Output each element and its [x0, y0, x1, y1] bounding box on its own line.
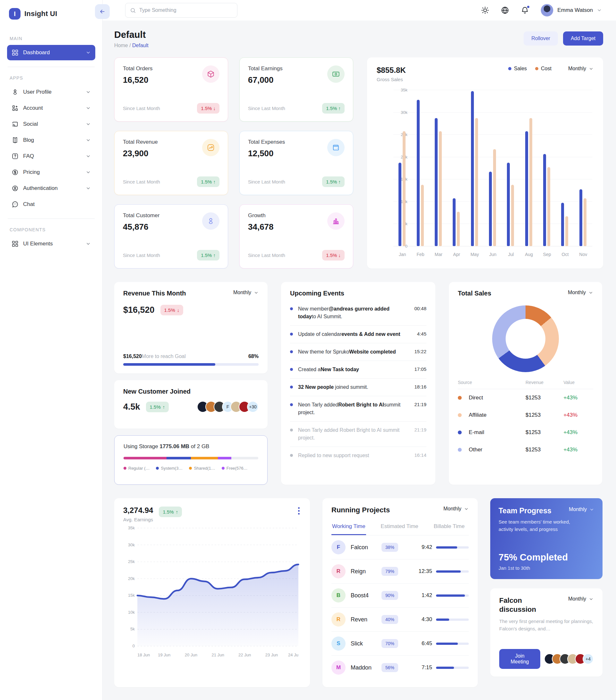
- new-customer-title: New Customer Joined: [123, 388, 259, 395]
- sidebar-item-label: Dashboard: [23, 49, 50, 56]
- project-row-maddon: MMaddon56%7:15: [331, 656, 469, 679]
- authentication-icon: [12, 185, 18, 192]
- sidebar-item-label: Account: [23, 105, 43, 111]
- storage-segment-system-3: [166, 457, 191, 459]
- stat-value: 34,678: [248, 222, 274, 232]
- stat-since: Since Last Month: [248, 105, 285, 111]
- stat-delta-badge: 1.5% ↑: [322, 176, 344, 187]
- upcoming-events-card: Upcoming Events New member@andreas gurre…: [281, 282, 435, 485]
- project-name: Falcon: [351, 544, 381, 551]
- project-name: Reven: [351, 616, 381, 623]
- sidebar-divider: [8, 218, 95, 219]
- team-progress-desc: See team members' time worked, activity …: [499, 518, 579, 533]
- project-time: 7:15: [422, 664, 432, 671]
- chevron-down-icon: [86, 138, 91, 143]
- sidebar-item-faq[interactable]: FAQ: [7, 149, 95, 164]
- stat-value: 67,000: [248, 75, 282, 85]
- sidebar-item-chat[interactable]: Chat: [7, 197, 95, 212]
- tab-billable-time[interactable]: Billable Time: [433, 521, 465, 535]
- team-progress-period-select[interactable]: Monthly: [569, 507, 594, 512]
- event-dot: [290, 350, 293, 353]
- stat-label: Total Expenses: [248, 139, 285, 145]
- chevron-down-icon: [589, 597, 593, 601]
- tab-working-time[interactable]: Working Time: [331, 521, 366, 535]
- logo[interactable]: I Insight UI: [7, 0, 95, 28]
- col-value: Value: [563, 380, 593, 385]
- breadcrumb-home[interactable]: Home: [114, 43, 128, 48]
- stat-card-total-expenses: Total Expenses12,500Since Last Month1.5%…: [239, 131, 353, 195]
- project-time: 9:42: [422, 544, 432, 550]
- kebab-menu-icon[interactable]: [297, 506, 301, 516]
- sidebar-item-label: User Profile: [23, 89, 52, 95]
- project-progress-bar: [436, 595, 469, 597]
- chevron-down-icon: [589, 66, 593, 71]
- event-time: 16:14: [414, 452, 426, 459]
- user-menu[interactable]: Emma Watson: [541, 4, 602, 17]
- falcon-discussion-card: Falcon discussion Monthly The very first…: [490, 588, 603, 677]
- tab-estimated-time[interactable]: Estimated Time: [380, 521, 419, 535]
- revenue-month-period-select[interactable]: Monthly: [233, 290, 259, 296]
- project-time: 1:42: [422, 592, 432, 599]
- total-sales-row-e-mail: E-mail$1253+43%: [458, 424, 593, 441]
- event-time: 21:19: [414, 426, 426, 442]
- stat-since: Since Last Month: [123, 252, 160, 258]
- sidebar-item-authentication[interactable]: Authentication: [7, 180, 95, 196]
- projects-rows: FFalcon38%9:42RReign79%12:35BBoost490%1:…: [331, 535, 469, 679]
- gross-sales-period-select[interactable]: Monthly: [568, 66, 593, 72]
- social-icon: [12, 121, 18, 128]
- sidebar-item-ui-elements[interactable]: UI Elements: [7, 236, 95, 251]
- project-progress-bar: [436, 571, 469, 573]
- event-dot: [290, 333, 293, 336]
- projects-tabs: Working TimeEstimated TimeBillable Time: [331, 521, 469, 535]
- team-progress-card: Team Progress Monthly See team members' …: [490, 498, 603, 579]
- project-avatar: B: [331, 588, 345, 602]
- language-globe-icon[interactable]: [501, 6, 509, 14]
- chevron-down-icon: [597, 8, 602, 13]
- running-projects-period-select[interactable]: Monthly: [443, 506, 469, 512]
- page-title: Default: [114, 29, 149, 40]
- stat-label: Total Revenue: [123, 139, 158, 145]
- revenue-month-card: Revenue This Month Monthly $16,520 1.5% …: [114, 282, 267, 373]
- sidebar-item-pricing[interactable]: Pricing: [7, 165, 95, 180]
- event-time: 00:48: [414, 305, 426, 321]
- search-input[interactable]: [139, 8, 232, 13]
- svg-text:35k: 35k: [128, 525, 135, 530]
- sidebar-item-label: FAQ: [23, 153, 34, 160]
- new-customer-delta-badge: 1.5% ↑: [146, 402, 169, 412]
- project-percent-badge: 90%: [381, 591, 398, 600]
- stat-label: Total Customer: [123, 212, 160, 219]
- sidebar-item-dashboard[interactable]: Dashboard: [7, 45, 95, 60]
- sidebar-section-apps: APPS: [10, 75, 93, 80]
- notifications-bell-icon[interactable]: [521, 6, 529, 14]
- avg-earnings-line-chart: 35k30k25k20k15k10k5k018 Jun19 Jun20 Jun2…: [123, 525, 301, 659]
- event-item: Replied to new support request16:14: [290, 447, 426, 464]
- sidebar-item-social[interactable]: Social: [7, 116, 95, 132]
- falcon-period-select[interactable]: Monthly: [568, 596, 593, 602]
- add-target-button[interactable]: Add Target: [563, 32, 603, 46]
- legend-sales: Sales: [508, 66, 527, 71]
- chevron-down-icon: [86, 186, 91, 191]
- more-customers-badge[interactable]: +30: [247, 401, 259, 413]
- sidebar-item-blog[interactable]: Blog: [7, 133, 95, 148]
- sidebar-item-user-profile[interactable]: User Profile: [7, 84, 95, 100]
- total-sales-period-select[interactable]: Monthly: [568, 290, 593, 296]
- event-item: Neon Tarly added Robert Bright to AI sum…: [290, 422, 426, 447]
- theme-sun-icon[interactable]: [481, 6, 489, 14]
- sidebar-collapse-button[interactable]: [95, 4, 110, 19]
- stat-since: Since Last Month: [248, 179, 285, 185]
- col-revenue: Revenue: [526, 380, 563, 385]
- project-progress-bar: [436, 642, 469, 645]
- sidebar-item-account[interactable]: Account: [7, 100, 95, 116]
- join-meeting-button[interactable]: Join Meeting: [499, 649, 540, 669]
- rollover-button[interactable]: Rollover: [524, 32, 558, 46]
- project-row-slick: SSlick70%6:45: [331, 632, 469, 656]
- stat-delta-badge: 1.5% ↓: [197, 103, 219, 114]
- project-progress-bar: [436, 546, 469, 549]
- storage-legend: Regular (…System(3…Shared(1…Free(576…: [124, 466, 258, 471]
- avg-earnings-value: 3,274.94: [123, 506, 153, 515]
- sidebar-divider: [8, 67, 95, 67]
- app-root: I Insight UI MAINDashboardAPPSUser Profi…: [0, 0, 616, 700]
- falcon-desc: The very first general meeting for plann…: [499, 617, 593, 633]
- more-participants-badge[interactable]: +4: [583, 653, 593, 664]
- event-text: New member@andreas gurrero added todayto…: [298, 305, 406, 321]
